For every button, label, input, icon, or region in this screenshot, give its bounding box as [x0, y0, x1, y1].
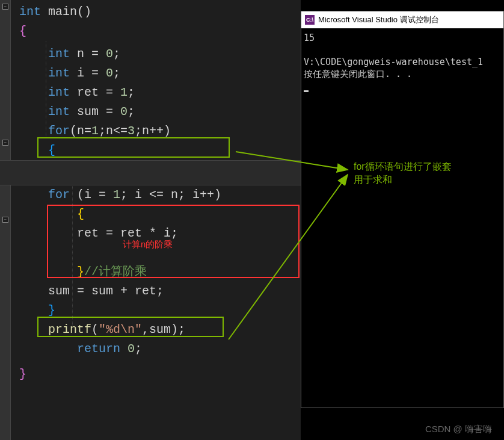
console-titlebar[interactable]: C:\ Microsoft Visual Studio 调试控制台 [301, 11, 503, 28]
annotation-line: for循环语句进行了嵌套 [354, 160, 452, 173]
code-line: }//计算阶乘 [19, 262, 301, 282]
code-line: int main() [19, 2, 301, 22]
debug-console-window[interactable]: C:\ Microsoft Visual Studio 调试控制台 15 V:\… [301, 11, 504, 408]
console-output: 15 V:\CODE\gongweis-warehouse\test_1 按任意… [301, 28, 503, 96]
code-editor[interactable]: − − − int main() { int n = 0; int i = 0;… [0, 0, 301, 440]
code-line: { [19, 205, 301, 224]
fold-icon[interactable]: − [2, 140, 8, 146]
code-area[interactable]: int main() { int n = 0; int i = 0; int r… [14, 0, 301, 384]
watermark: CSDN @ 嗨害嗨 [425, 424, 492, 435]
code-line: int ret = 1; [19, 83, 301, 102]
blank-highlighted-line [0, 160, 301, 185]
fold-icon[interactable]: − [2, 217, 8, 223]
blank-line [19, 359, 301, 365]
code-line: sum = sum + ret; [19, 282, 301, 301]
vs-icon: C:\ [305, 15, 315, 25]
gutter: − − − [0, 0, 11, 440]
code-line: int n = 0; [19, 45, 301, 64]
annotation-red-label: 计算n的阶乘 [123, 235, 173, 254]
annotation-line: 用于求和 [354, 173, 452, 187]
code-line: for(n=1;n<=3;n++) [19, 122, 301, 141]
code-line: } [19, 301, 301, 320]
cursor-icon [304, 90, 309, 92]
code-line: return 0; [19, 339, 301, 359]
code-line: { [19, 141, 301, 160]
code-line: int i = 0; [19, 64, 301, 83]
code-line: printf("%d\n",sum); [19, 320, 301, 339]
code-line: { [19, 22, 301, 41]
annotation-green: for循环语句进行了嵌套 用于求和 [354, 160, 452, 187]
code-line: } [19, 365, 301, 384]
code-line: int sum = 0; [19, 102, 301, 122]
code-line: for (i = 1; i <= n; i++) [19, 185, 301, 205]
fold-icon[interactable]: − [2, 4, 8, 10]
console-title: Microsoft Visual Studio 调试控制台 [318, 14, 439, 25]
